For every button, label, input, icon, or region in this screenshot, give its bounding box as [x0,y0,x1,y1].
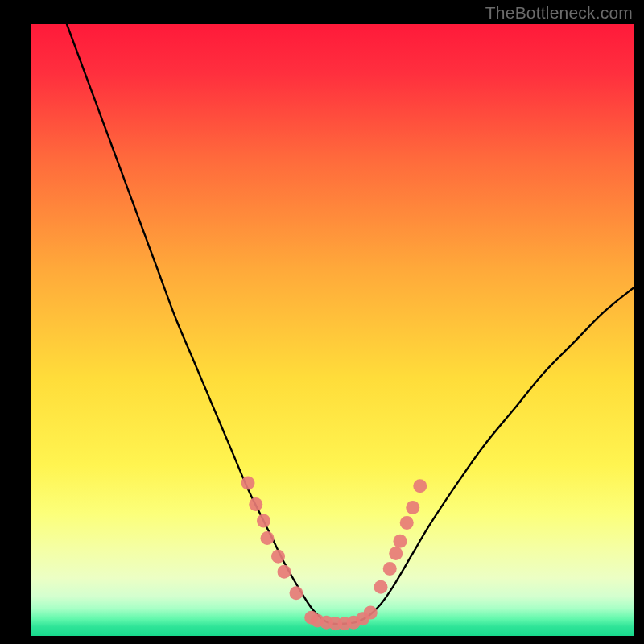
chart-frame: TheBottleneck.com [0,0,644,644]
data-marker [413,479,427,493]
data-marker [394,535,407,548]
data-marker [383,562,397,576]
data-marker [261,531,275,545]
data-marker [249,497,262,511]
bottleneck-curve [67,24,634,624]
markers-group [242,477,427,631]
data-marker [389,547,402,560]
curve-layer [31,24,634,636]
data-marker [271,550,285,564]
data-marker [290,586,303,600]
data-marker [364,606,378,620]
data-marker [374,580,388,594]
data-marker [242,477,255,490]
watermark-text: TheBottleneck.com [485,3,633,23]
data-marker [257,514,270,528]
data-marker [406,501,419,514]
data-marker [278,565,291,579]
plot-area [31,24,634,636]
data-marker [400,516,414,530]
